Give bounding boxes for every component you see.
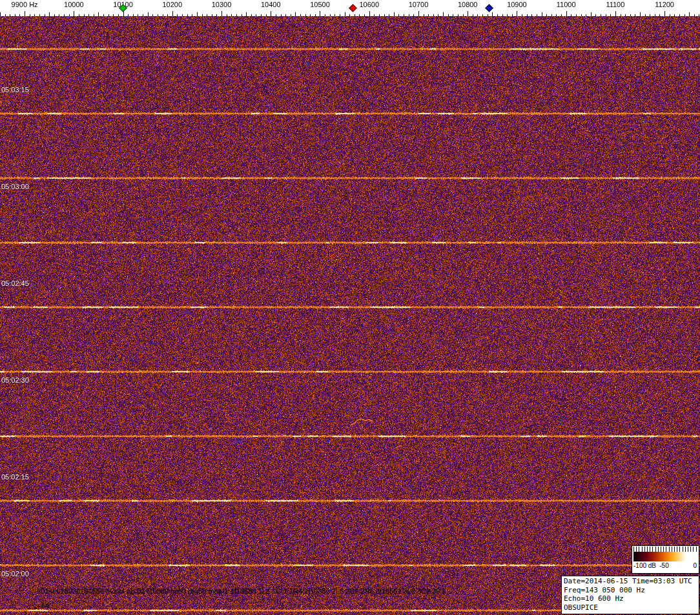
colorbar-ticks bbox=[633, 547, 697, 552]
colorbar: -100 dB -50 0 bbox=[632, 545, 699, 574]
time-tick-label: 05:03:00 bbox=[1, 183, 29, 190]
freq-tick-label: 11000 bbox=[557, 1, 576, 8]
page-marker: ^1+64 bbox=[30, 602, 49, 610]
colorbar-label-max: 0 bbox=[693, 562, 697, 569]
freq-tick-label: 10900 bbox=[507, 1, 527, 8]
info-line-observatory: OBSUPICE bbox=[564, 603, 697, 612]
time-tick-label: 05:02:30 bbox=[1, 376, 29, 384]
info-line-freq: Freq=143 050 000 Hz bbox=[564, 586, 697, 595]
time-tick-label: 05:03:15 bbox=[1, 86, 29, 94]
freq-tick-label: 10300 bbox=[212, 1, 232, 8]
colorbar-gradient bbox=[633, 552, 697, 561]
frequency-ruler: 9900 Hz100001010010200103001040010500106… bbox=[0, 0, 700, 16]
freq-tick-label: 10200 bbox=[163, 1, 183, 8]
colorbar-labels: -100 dB -50 0 bbox=[633, 561, 697, 570]
freq-tick-label: 10500 bbox=[310, 1, 330, 8]
info-line-date: Date=2014-06-15 Time=03:03 UTC bbox=[564, 577, 697, 586]
spectrogram-app: 9900 Hz100001010010200103001040010500106… bbox=[0, 0, 700, 615]
freq-tick-label: 10600 bbox=[359, 1, 379, 8]
freq-tick-label: 10000 bbox=[64, 1, 84, 8]
info-box: Date=2014-06-15 Time=03:03 UTC Freq=143 … bbox=[561, 576, 699, 614]
freq-tick-label: 10700 bbox=[409, 1, 429, 8]
freq-tick-label: 10800 bbox=[458, 1, 478, 8]
freq-tick-label: 10400 bbox=[261, 1, 281, 8]
info-line-echo: Echo=10 600 Hz bbox=[564, 594, 697, 603]
time-tick-label: 05:02:00 bbox=[1, 570, 29, 578]
time-tick-label: 05:02:15 bbox=[1, 473, 29, 481]
freq-tick-label: 11100 bbox=[606, 1, 624, 8]
time-tick-label: 05:02:45 bbox=[1, 279, 29, 287]
colorbar-label-min: -100 dB bbox=[633, 562, 656, 569]
spectrogram-canvas bbox=[0, 16, 700, 615]
detection-status-line: 20140615030154556 hCnt4 nb-81 f10580 hit… bbox=[37, 587, 445, 595]
freq-tick-label: 9900 Hz bbox=[12, 1, 38, 8]
colorbar-label-mid: -50 bbox=[659, 562, 668, 569]
freq-tick-label: 11200 bbox=[655, 1, 674, 8]
